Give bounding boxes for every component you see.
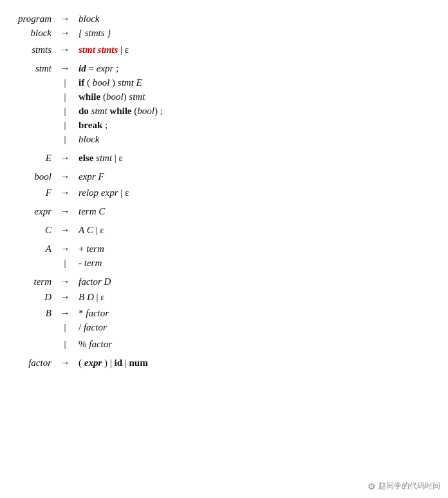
rhs-part: expr <box>101 187 118 198</box>
grammar-row: term→factor D <box>15 273 433 289</box>
rhs-part: block <box>79 14 99 24</box>
lhs-cell: bool <box>15 168 53 184</box>
rhs-part: factor <box>86 308 109 318</box>
lhs-cell <box>15 104 53 119</box>
lhs-cell: C <box>15 222 53 240</box>
rhs-cell: break ; <box>77 119 433 133</box>
rhs-part: factor <box>79 276 102 287</box>
grammar-row: |while (bool) stmt <box>15 90 433 104</box>
grammar-row: |- term <box>15 256 433 273</box>
lhs-cell: A <box>15 240 53 256</box>
rhs-part: expr <box>97 63 114 73</box>
grammar-row: |% factor <box>15 338 433 355</box>
arrow-cell: → <box>53 43 77 61</box>
rhs-part: term <box>84 258 102 268</box>
rhs-part: ) <box>109 77 118 88</box>
rhs-part: - <box>79 258 84 268</box>
lhs-cell: B <box>15 305 53 321</box>
rhs-cell: do stmt while (bool) ; <box>77 104 433 119</box>
rhs-part: while <box>109 106 131 116</box>
rhs-part: + <box>79 244 86 254</box>
rhs-part: stmt <box>118 77 134 88</box>
arrow-cell: → <box>53 168 77 184</box>
lhs-cell: factor <box>15 354 53 370</box>
rhs-cell: / factor <box>77 320 433 338</box>
rhs-cell: block <box>77 12 433 26</box>
arrow-cell: | <box>53 320 77 338</box>
rhs-part: expr <box>79 171 96 182</box>
rhs-part: ; <box>102 120 107 130</box>
rhs-cell: A C | ε <box>77 222 433 240</box>
lhs-cell: stmt <box>15 60 53 76</box>
arrow-cell: | <box>53 76 77 90</box>
grammar-row: stmts→stmt stmts | ε <box>15 43 433 61</box>
grammar-row: |/ factor <box>15 320 433 338</box>
rhs-cell: block <box>77 133 433 150</box>
rhs-part: ) ; <box>154 106 163 116</box>
rhs-part: ( <box>79 358 84 368</box>
rhs-cell: B D | ε <box>77 289 433 305</box>
grammar-row: program→block <box>15 12 433 26</box>
grammar-row: expr→term C <box>15 203 433 222</box>
arrow-cell: | <box>53 104 77 119</box>
grammar-row: |break ; <box>15 119 433 133</box>
rhs-part: % <box>79 339 89 349</box>
rhs-cell: % factor <box>77 338 433 355</box>
lhs-cell <box>15 338 53 355</box>
rhs-part: D <box>102 276 111 287</box>
rhs-part: stmt <box>96 153 112 163</box>
rhs-part: id <box>115 358 123 368</box>
rhs-part: ; <box>113 63 118 73</box>
arrow-cell: → <box>53 240 77 256</box>
lhs-cell: D <box>15 289 53 305</box>
lhs-cell <box>15 90 53 104</box>
rhs-part: if <box>79 77 84 88</box>
arrow-cell: | <box>53 338 77 355</box>
rhs-part: break <box>79 120 102 130</box>
rhs-part: | <box>122 358 129 368</box>
arrow-cell: → <box>53 305 77 321</box>
lhs-cell: block <box>15 26 53 43</box>
rhs-part: | ε <box>118 44 129 55</box>
rhs-part: factor <box>89 339 112 349</box>
lhs-cell: program <box>15 12 53 26</box>
arrow-cell: | <box>53 133 77 150</box>
lhs-cell: F <box>15 184 53 203</box>
lhs-cell: term <box>15 273 53 289</box>
rhs-part: factor <box>84 322 107 332</box>
grammar-row: A→+ term <box>15 240 433 256</box>
rhs-part: relop <box>79 187 98 198</box>
rhs-cell: while (bool) stmt <box>77 90 433 104</box>
rhs-part: id <box>79 63 86 73</box>
grammar-row: E→else stmt | ε <box>15 149 433 168</box>
rhs-part: | ε <box>93 225 104 235</box>
lhs-cell: E <box>15 149 53 168</box>
rhs-part: = <box>86 63 97 73</box>
grammar-row: bool→expr F <box>15 168 433 184</box>
lhs-cell: stmts <box>15 43 53 61</box>
rhs-cell: else stmt | ε <box>77 149 433 168</box>
rhs-part: term <box>79 206 97 216</box>
rhs-part: | ε <box>94 292 105 302</box>
rhs-part: { stmts } <box>79 28 111 38</box>
rhs-part: bool <box>93 77 110 88</box>
rhs-cell: expr F <box>77 168 433 184</box>
rhs-part: C <box>97 206 106 216</box>
grammar-table: program→blockblock→{ stmts }stmts→stmt s… <box>15 12 433 370</box>
rhs-cell: - term <box>77 256 433 273</box>
grammar-row: C→A C | ε <box>15 222 433 240</box>
rhs-part: F <box>96 171 104 182</box>
rhs-part: expr <box>84 358 102 368</box>
rhs-part: do <box>79 106 89 116</box>
watermark-text: 赵同学的代码时间 <box>378 481 440 492</box>
grammar-row: D→B D | ε <box>15 289 433 305</box>
rhs-part: ) | <box>102 358 114 368</box>
rhs-cell: term C <box>77 203 433 222</box>
rhs-part: / <box>79 322 84 332</box>
rhs-part: num <box>129 358 148 368</box>
rhs-cell: { stmts } <box>77 26 433 43</box>
lhs-cell <box>15 320 53 338</box>
arrow-cell: → <box>53 273 77 289</box>
rhs-part: ( <box>132 106 138 116</box>
arrow-cell: → <box>53 184 77 203</box>
